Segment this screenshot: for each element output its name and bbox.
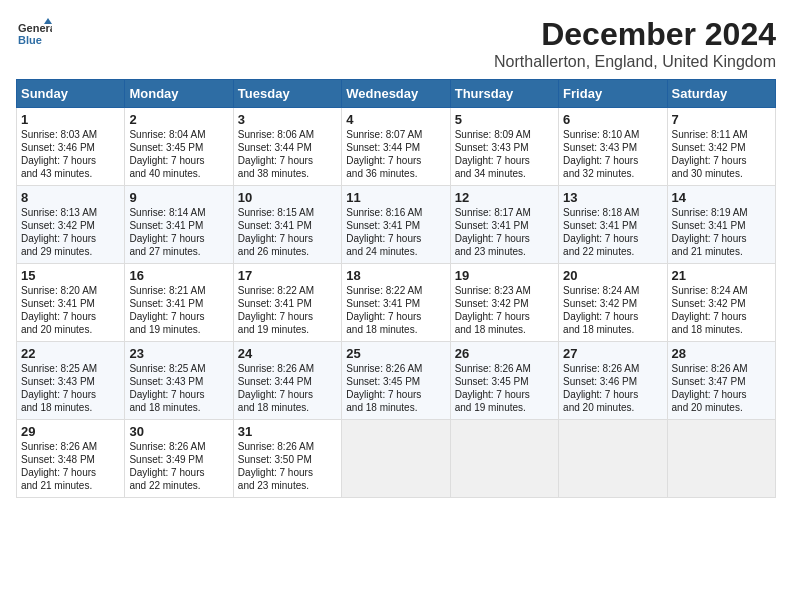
calendar-week-row: 22Sunrise: 8:25 AMSunset: 3:43 PMDayligh… xyxy=(17,342,776,420)
day-info-line: Sunrise: 8:26 AM xyxy=(346,362,445,375)
day-info-line: Sunrise: 8:24 AM xyxy=(563,284,662,297)
day-info-line: Sunset: 3:41 PM xyxy=(563,219,662,232)
calendar-day-cell xyxy=(342,420,450,498)
day-info-line: Daylight: 7 hours xyxy=(672,154,771,167)
day-info-line: and 18 minutes. xyxy=(563,323,662,336)
calendar-day-cell: 25Sunrise: 8:26 AMSunset: 3:45 PMDayligh… xyxy=(342,342,450,420)
day-number: 21 xyxy=(672,268,771,283)
day-info-line: and 18 minutes. xyxy=(238,401,337,414)
day-info-line: Sunrise: 8:24 AM xyxy=(672,284,771,297)
day-info-line: Sunset: 3:45 PM xyxy=(346,375,445,388)
day-info-line: and 19 minutes. xyxy=(238,323,337,336)
day-number: 25 xyxy=(346,346,445,361)
column-header-wednesday: Wednesday xyxy=(342,80,450,108)
day-info-line: Daylight: 7 hours xyxy=(346,154,445,167)
day-number: 4 xyxy=(346,112,445,127)
day-info-line: Daylight: 7 hours xyxy=(672,388,771,401)
day-info-line: Daylight: 7 hours xyxy=(21,388,120,401)
column-header-friday: Friday xyxy=(559,80,667,108)
day-info-line: Sunset: 3:42 PM xyxy=(672,297,771,310)
day-number: 23 xyxy=(129,346,228,361)
day-info-line: and 20 minutes. xyxy=(563,401,662,414)
calendar-week-row: 1Sunrise: 8:03 AMSunset: 3:46 PMDaylight… xyxy=(17,108,776,186)
day-info-line: Sunrise: 8:25 AM xyxy=(129,362,228,375)
calendar-day-cell: 28Sunrise: 8:26 AMSunset: 3:47 PMDayligh… xyxy=(667,342,775,420)
day-info-line: Daylight: 7 hours xyxy=(672,310,771,323)
day-info-line: Sunset: 3:41 PM xyxy=(346,219,445,232)
day-number: 27 xyxy=(563,346,662,361)
day-info-line: Sunset: 3:44 PM xyxy=(238,141,337,154)
day-info-line: Daylight: 7 hours xyxy=(563,154,662,167)
svg-text:Blue: Blue xyxy=(18,34,42,46)
day-info-line: Daylight: 7 hours xyxy=(129,154,228,167)
calendar-day-cell: 19Sunrise: 8:23 AMSunset: 3:42 PMDayligh… xyxy=(450,264,558,342)
calendar-day-cell: 16Sunrise: 8:21 AMSunset: 3:41 PMDayligh… xyxy=(125,264,233,342)
day-info-line: Sunset: 3:41 PM xyxy=(238,297,337,310)
day-info-line: and 23 minutes. xyxy=(238,479,337,492)
day-info-line: and 18 minutes. xyxy=(346,323,445,336)
svg-marker-2 xyxy=(44,18,52,24)
day-info-line: Sunset: 3:43 PM xyxy=(455,141,554,154)
day-info-line: Daylight: 7 hours xyxy=(346,232,445,245)
day-info-line: Daylight: 7 hours xyxy=(238,310,337,323)
calendar-day-cell: 27Sunrise: 8:26 AMSunset: 3:46 PMDayligh… xyxy=(559,342,667,420)
day-number: 29 xyxy=(21,424,120,439)
day-info-line: Sunset: 3:46 PM xyxy=(21,141,120,154)
calendar-day-cell: 18Sunrise: 8:22 AMSunset: 3:41 PMDayligh… xyxy=(342,264,450,342)
calendar-day-cell: 13Sunrise: 8:18 AMSunset: 3:41 PMDayligh… xyxy=(559,186,667,264)
title-block: December 2024 Northallerton, England, Un… xyxy=(494,16,776,71)
calendar-day-cell: 15Sunrise: 8:20 AMSunset: 3:41 PMDayligh… xyxy=(17,264,125,342)
day-info-line: Sunset: 3:42 PM xyxy=(563,297,662,310)
calendar-table: SundayMondayTuesdayWednesdayThursdayFrid… xyxy=(16,79,776,498)
day-info-line: Sunrise: 8:26 AM xyxy=(238,362,337,375)
day-info-line: Daylight: 7 hours xyxy=(238,154,337,167)
day-info-line: Sunrise: 8:26 AM xyxy=(455,362,554,375)
day-info-line: Daylight: 7 hours xyxy=(563,388,662,401)
day-info-line: and 30 minutes. xyxy=(672,167,771,180)
day-info-line: and 43 minutes. xyxy=(21,167,120,180)
day-info-line: and 21 minutes. xyxy=(21,479,120,492)
day-info-line: Sunrise: 8:04 AM xyxy=(129,128,228,141)
day-info-line: Sunrise: 8:11 AM xyxy=(672,128,771,141)
logo: General Blue xyxy=(16,16,52,52)
day-number: 11 xyxy=(346,190,445,205)
day-info-line: Daylight: 7 hours xyxy=(21,154,120,167)
day-info-line: Sunrise: 8:20 AM xyxy=(21,284,120,297)
day-info-line: Sunrise: 8:03 AM xyxy=(21,128,120,141)
calendar-week-row: 8Sunrise: 8:13 AMSunset: 3:42 PMDaylight… xyxy=(17,186,776,264)
day-info-line: Sunset: 3:42 PM xyxy=(21,219,120,232)
calendar-subtitle: Northallerton, England, United Kingdom xyxy=(494,53,776,71)
day-info-line: Daylight: 7 hours xyxy=(238,388,337,401)
day-number: 15 xyxy=(21,268,120,283)
day-info-line: Sunset: 3:49 PM xyxy=(129,453,228,466)
day-info-line: Daylight: 7 hours xyxy=(455,154,554,167)
day-info-line: Daylight: 7 hours xyxy=(455,310,554,323)
day-info-line: Sunrise: 8:16 AM xyxy=(346,206,445,219)
logo-icon: General Blue xyxy=(16,16,52,52)
day-info-line: and 38 minutes. xyxy=(238,167,337,180)
day-info-line: and 22 minutes. xyxy=(563,245,662,258)
day-info-line: Sunset: 3:45 PM xyxy=(129,141,228,154)
day-info-line: Daylight: 7 hours xyxy=(346,310,445,323)
day-info-line: Daylight: 7 hours xyxy=(238,232,337,245)
day-info-line: Sunset: 3:41 PM xyxy=(455,219,554,232)
day-info-line: Daylight: 7 hours xyxy=(129,310,228,323)
day-info-line: Daylight: 7 hours xyxy=(563,310,662,323)
day-info-line: Sunrise: 8:19 AM xyxy=(672,206,771,219)
day-info-line: Daylight: 7 hours xyxy=(455,388,554,401)
day-number: 30 xyxy=(129,424,228,439)
day-info-line: and 34 minutes. xyxy=(455,167,554,180)
day-number: 2 xyxy=(129,112,228,127)
calendar-day-cell xyxy=(667,420,775,498)
day-info-line: Sunrise: 8:09 AM xyxy=(455,128,554,141)
day-info-line: and 24 minutes. xyxy=(346,245,445,258)
column-header-saturday: Saturday xyxy=(667,80,775,108)
calendar-day-cell: 2Sunrise: 8:04 AMSunset: 3:45 PMDaylight… xyxy=(125,108,233,186)
day-info-line: Sunset: 3:45 PM xyxy=(455,375,554,388)
day-info-line: Sunset: 3:41 PM xyxy=(129,297,228,310)
day-info-line: Sunrise: 8:26 AM xyxy=(21,440,120,453)
day-info-line: Sunset: 3:41 PM xyxy=(238,219,337,232)
column-header-thursday: Thursday xyxy=(450,80,558,108)
day-info-line: Sunset: 3:43 PM xyxy=(129,375,228,388)
calendar-day-cell: 11Sunrise: 8:16 AMSunset: 3:41 PMDayligh… xyxy=(342,186,450,264)
